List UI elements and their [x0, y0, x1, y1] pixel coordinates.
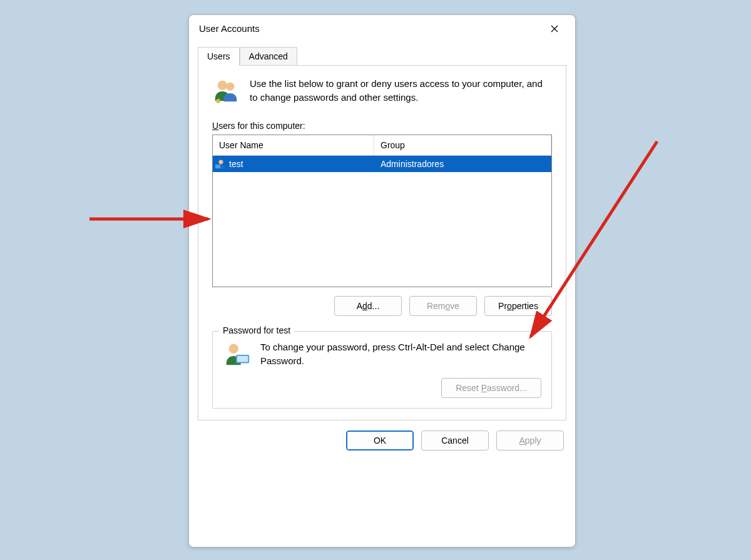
user-accounts-dialog: User Accounts Users Advanced Use the lis… — [188, 14, 576, 547]
tab-panel-users: Use the list below to grant or deny user… — [198, 65, 566, 420]
column-username[interactable]: User Name — [213, 135, 374, 155]
tab-users[interactable]: Users — [198, 47, 240, 66]
tab-advanced[interactable]: Advanced — [240, 47, 297, 66]
password-text: To change your password, press Ctrl-Alt-… — [260, 340, 541, 368]
password-legend: Password for test — [219, 325, 294, 335]
tabs: Users Advanced — [198, 47, 566, 66]
row-username: test — [229, 159, 243, 169]
svg-point-0 — [218, 81, 227, 90]
window-title: User Accounts — [199, 23, 260, 34]
cancel-button[interactable]: Cancel — [421, 430, 489, 451]
add-button[interactable]: Add... — [334, 296, 402, 316]
list-header: User Name Group — [213, 135, 551, 156]
svg-point-3 — [219, 160, 223, 165]
column-group[interactable]: Group — [374, 135, 551, 155]
svg-point-5 — [229, 344, 238, 354]
intro: Use the list below to grant or deny user… — [212, 77, 552, 106]
svg-rect-7 — [237, 356, 248, 362]
close-icon — [551, 25, 558, 33]
apply-button: Apply — [496, 430, 564, 451]
svg-point-1 — [226, 83, 234, 91]
ok-button[interactable]: OK — [346, 430, 414, 451]
password-icon — [223, 340, 252, 369]
users-list[interactable]: User Name Group test Adminis — [212, 135, 552, 287]
svg-point-2 — [217, 99, 220, 103]
svg-rect-4 — [215, 165, 220, 168]
reset-password-button: Reset Password... — [441, 378, 541, 398]
intro-text: Use the list below to grant or deny user… — [250, 77, 552, 104]
dialog-buttons: OK Cancel Apply — [189, 420, 575, 461]
remove-button: Remove — [409, 296, 477, 316]
titlebar: User Accounts — [189, 15, 575, 43]
row-group: Administradores — [374, 159, 551, 169]
user-icon — [215, 158, 227, 170]
list-row[interactable]: test Administradores — [213, 156, 551, 172]
close-button[interactable] — [540, 19, 569, 39]
password-section: Password for test To change your passwor… — [212, 331, 552, 409]
users-list-label: Users for this computer: — [212, 121, 552, 131]
properties-button[interactable]: Properties — [484, 296, 552, 316]
users-icon — [212, 77, 241, 106]
